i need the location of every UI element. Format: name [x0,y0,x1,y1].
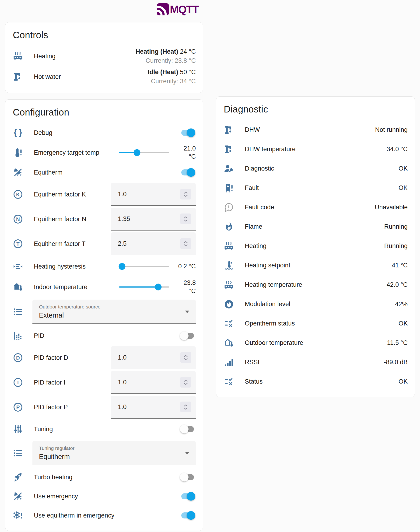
select-value: External [39,311,181,319]
equitherm-toggle[interactable] [181,169,194,176]
tune-vertical-icon [12,424,24,435]
config-row-label: Equitherm factor T [34,240,86,248]
config-row-label: PID factor D [34,354,68,361]
chevron-down-icon[interactable] [183,219,188,222]
control-state: Idle (Heat) 50 °C Currently: 34 °C [148,68,196,86]
diag-row-label: Status [245,378,263,385]
diag-row-dhw-temperature[interactable]: DHW temperature 34.0 °C [223,140,408,159]
diag-row-value: OK [399,378,408,385]
config-row-debug: { } Debug [12,123,196,142]
control-state-current: Currently: 34 °C [151,78,196,85]
diag-row-label: Heating [245,242,267,250]
hysteresis-icon [12,261,24,272]
diag-row-rssi[interactable]: RSSI -89.0 dB [223,353,408,372]
equitherm-factor-k-input[interactable]: 1.0 [111,183,196,206]
diag-row-value: OK [399,165,408,172]
sun-snowflake-icon [12,491,24,502]
chevron-down-icon[interactable] [183,244,188,247]
stepper-buttons[interactable] [180,189,191,200]
tuning-toggle[interactable] [181,426,194,432]
pid-toggle[interactable] [181,333,194,339]
outdoor-temperature-source-select[interactable]: Outdoor temperature source External [32,300,196,324]
control-row-heating[interactable]: Heating Heating (Heat) 24 °C Currently: … [12,46,196,66]
pid-factor-d-input[interactable]: 1.0 [111,346,196,369]
chevron-up-icon[interactable] [183,379,188,382]
chevron-up-icon[interactable] [183,216,188,219]
slider-thumb[interactable] [119,263,125,270]
turbo-heating-toggle[interactable] [181,474,194,480]
diag-row-value: -89.0 dB [384,359,408,366]
diag-row-diagnostic[interactable]: Diagnostic OK [223,159,408,178]
diag-row-dhw[interactable]: DHW Not running [223,120,408,140]
config-row-label: Use equitherm in emergency [34,512,114,519]
diag-row-outdoor-temperature[interactable]: Outdoor temperature 11.5 °C [223,333,408,353]
diag-row-label: DHW temperature [245,146,296,153]
diag-row-fault[interactable]: Fault OK [223,178,408,198]
chevron-up-icon[interactable] [183,191,188,194]
equitherm-factor-n-input[interactable]: 1.35 [111,208,196,231]
stepper-buttons[interactable] [180,377,191,387]
config-row-outdoor-temperature-source: Outdoor temperature source External [12,299,196,325]
pid-factor-p-input[interactable]: 1.0 [111,396,196,419]
diag-row-flame[interactable]: Flame Running [223,217,408,236]
config-row-label: Equitherm [34,169,62,176]
diag-row-opentherm-status[interactable]: Opentherm status OK [223,314,408,333]
heating-hysteresis-slider[interactable] [119,263,169,270]
config-row-tuning: Tuning [12,420,196,439]
diag-row-label: Opentherm status [245,320,295,327]
svg-text:MQTT: MQTT [170,3,199,15]
list-bulleted-icon [12,306,24,317]
control-row-label: Heating [34,53,56,60]
control-state-setpoint: 50 °C [180,69,196,76]
debug-toggle[interactable] [181,130,194,136]
chevron-down-icon[interactable] [183,383,188,385]
dropdown-arrow-icon [185,452,189,455]
stepper-buttons[interactable] [180,352,191,363]
page-content: Controls Heating Heating (Heat) 24 °C Cu… [5,22,415,531]
config-row-pid-factor-d: D PID factor D 1.0 [12,345,196,370]
diagnostic-card-title: Diagnostic [224,104,408,115]
slider-value: 0.2 °C [172,262,196,270]
stepper-buttons[interactable] [180,401,191,412]
config-row-tuning-regulator: Tuning regulator Equitherm [12,440,196,466]
control-state-mode: Heating (Heat) [135,48,178,55]
stepper-buttons[interactable] [180,238,191,249]
config-row-equitherm: Equitherm [12,163,196,182]
diag-row-value: Running [384,223,408,230]
svg-text:{ }: { } [14,128,22,137]
diag-row-label: Flame [245,223,262,230]
number-value: 1.0 [118,191,127,198]
emergency-target-temp-slider[interactable] [119,149,169,157]
diag-row-label: Modulation level [245,300,290,308]
control-row-hot-water[interactable]: Hot water Idle (Heat) 50 °C Currently: 3… [12,66,196,87]
control-state-setpoint: 24 °C [180,48,196,55]
equitherm-factor-t-input[interactable]: 2.5 [111,232,196,255]
fire-icon [223,221,235,232]
chevron-up-icon[interactable] [183,241,188,243]
pid-factor-i-input[interactable]: 1.0 [111,371,196,394]
slider-thumb[interactable] [134,149,140,156]
tuning-regulator-select[interactable]: Tuning regulator Equitherm [32,441,196,465]
diag-row-heating-setpoint[interactable]: Heating setpoint 41 °C [223,256,408,275]
stepper-buttons[interactable] [180,213,191,224]
chevron-up-icon[interactable] [183,355,188,357]
chevron-down-icon[interactable] [183,195,188,197]
diag-row-heating[interactable]: Heating Running [223,236,408,256]
diag-row-modulation-level[interactable]: Modulation level 42% [223,295,408,314]
chevron-down-icon[interactable] [183,358,188,360]
diag-row-status[interactable]: Status OK [223,372,408,391]
chevron-up-icon[interactable] [183,404,188,407]
alpha-d-circle-icon: D [12,352,24,363]
use-equitherm-in-emergency-toggle[interactable] [181,512,194,518]
sun-snowflake-icon [12,167,24,178]
config-row-pid: PID [12,326,196,345]
slider-thumb[interactable] [155,284,162,291]
svg-text:I: I [17,380,19,385]
diag-row-fault-code[interactable]: Fault code Unavailable [223,198,408,217]
use-emergency-toggle[interactable] [181,493,194,499]
config-row-label: PID factor P [34,404,68,411]
config-row-label: Heating hysteresis [34,263,86,270]
diag-row-heating-temperature[interactable]: Heating temperature 42.0 °C [223,275,408,295]
chevron-down-icon[interactable] [183,407,188,410]
indoor-temperature-slider[interactable] [119,283,169,291]
